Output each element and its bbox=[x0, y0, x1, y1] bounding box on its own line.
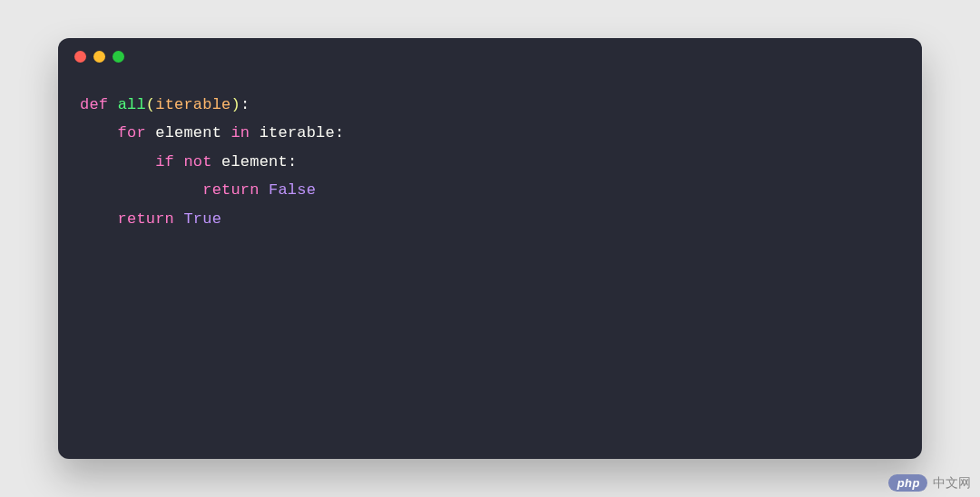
token-kw-ctrl: if bbox=[155, 153, 174, 171]
watermark: php 中文网 bbox=[888, 474, 971, 492]
code-area: def all(iterable): for element in iterab… bbox=[58, 74, 922, 249]
token-paren: ) bbox=[230, 96, 240, 113]
token-kw-ctrl: for bbox=[118, 124, 146, 141]
token-fn-name: all bbox=[118, 96, 146, 113]
token-kw-in: in bbox=[230, 124, 250, 141]
token-const: False bbox=[269, 181, 316, 199]
code-line: def all(iterable): bbox=[80, 96, 250, 113]
token-paren: ( bbox=[146, 96, 155, 113]
token-ident: element bbox=[155, 124, 221, 141]
code-editor-window: def all(iterable): for element in iterab… bbox=[58, 38, 922, 459]
code-content: def all(iterable): for element in iterab… bbox=[80, 91, 900, 233]
code-line: for element in iterable: bbox=[80, 124, 344, 141]
token-ident: element bbox=[221, 153, 288, 171]
token-param: iterable bbox=[155, 96, 230, 113]
code-line: if not element: bbox=[80, 153, 297, 171]
php-badge: php bbox=[888, 474, 927, 492]
minimize-icon[interactable] bbox=[93, 51, 105, 63]
token-const: True bbox=[183, 210, 221, 228]
code-line: return False bbox=[80, 181, 316, 199]
token-kw-ret: return bbox=[202, 181, 259, 199]
token-kw-def: def bbox=[80, 96, 108, 113]
close-icon[interactable] bbox=[74, 51, 86, 63]
token-colon: : bbox=[240, 96, 250, 113]
token-kw-ret: return bbox=[118, 210, 174, 228]
token-colon: : bbox=[288, 153, 297, 171]
zoom-icon[interactable] bbox=[113, 51, 124, 63]
window-titlebar bbox=[58, 38, 922, 74]
code-line: return True bbox=[80, 210, 221, 228]
token-colon: : bbox=[335, 124, 344, 141]
watermark-text: 中文网 bbox=[933, 475, 971, 492]
token-ident: iterable bbox=[260, 124, 335, 141]
token-kw-not: not bbox=[183, 153, 211, 171]
